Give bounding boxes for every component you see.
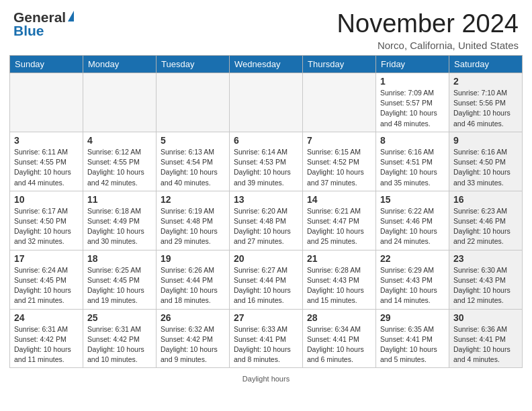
calendar-wrap: SundayMondayTuesdayWednesdayThursdayFrid… [0,55,532,373]
day-info: Sunrise: 6:33 AM Sunset: 4:41 PM Dayligh… [234,324,298,365]
header-day-saturday: Saturday [449,56,523,73]
day-number: 17 [14,253,79,264]
day-number: 8 [380,135,445,146]
logo: General Blue [13,9,74,39]
day-info: Sunrise: 6:30 AM Sunset: 4:43 PM Dayligh… [453,265,518,306]
day-info: Sunrise: 6:16 AM Sunset: 4:51 PM Dayligh… [380,147,445,188]
calendar-cell: 5Sunrise: 6:13 AM Sunset: 4:54 PM Daylig… [157,132,230,191]
calendar-cell: 6Sunrise: 6:14 AM Sunset: 4:53 PM Daylig… [230,132,303,191]
calendar-cell: 20Sunrise: 6:27 AM Sunset: 4:44 PM Dayli… [230,250,303,309]
day-number: 28 [307,312,371,323]
day-info: Sunrise: 6:20 AM Sunset: 4:48 PM Dayligh… [234,206,298,247]
day-number: 7 [307,135,371,146]
calendar-cell: 15Sunrise: 6:22 AM Sunset: 4:46 PM Dayli… [376,191,449,250]
day-info: Sunrise: 7:10 AM Sunset: 5:56 PM Dayligh… [453,88,518,129]
day-number: 29 [380,312,445,323]
calendar-week-4: 17Sunrise: 6:24 AM Sunset: 4:45 PM Dayli… [10,250,523,309]
day-info: Sunrise: 6:22 AM Sunset: 4:46 PM Dayligh… [380,206,445,247]
calendar-cell [83,73,157,132]
calendar-cell: 2Sunrise: 7:10 AM Sunset: 5:56 PM Daylig… [449,73,523,132]
logo-triangle-icon [68,11,74,21]
calendar-table: SundayMondayTuesdayWednesdayThursdayFrid… [9,55,523,368]
day-number: 20 [234,253,298,264]
day-number: 11 [87,194,152,205]
calendar-cell: 7Sunrise: 6:15 AM Sunset: 4:52 PM Daylig… [303,132,376,191]
day-number: 14 [307,194,371,205]
day-info: Sunrise: 6:26 AM Sunset: 4:44 PM Dayligh… [161,265,225,306]
day-info: Sunrise: 6:32 AM Sunset: 4:42 PM Dayligh… [161,324,225,365]
day-number: 18 [87,253,152,264]
day-info: Sunrise: 6:14 AM Sunset: 4:53 PM Dayligh… [234,147,298,188]
day-info: Sunrise: 6:36 AM Sunset: 4:41 PM Dayligh… [453,324,518,365]
calendar-cell: 30Sunrise: 6:36 AM Sunset: 4:41 PM Dayli… [449,309,523,368]
calendar-cell: 27Sunrise: 6:33 AM Sunset: 4:41 PM Dayli… [230,309,303,368]
day-info: Sunrise: 6:24 AM Sunset: 4:45 PM Dayligh… [14,265,79,306]
header-day-monday: Monday [83,56,157,73]
day-number: 19 [161,253,225,264]
header-day-friday: Friday [376,56,449,73]
calendar-cell: 19Sunrise: 6:26 AM Sunset: 4:44 PM Dayli… [157,250,230,309]
calendar-cell: 13Sunrise: 6:20 AM Sunset: 4:48 PM Dayli… [230,191,303,250]
calendar-cell: 29Sunrise: 6:35 AM Sunset: 4:41 PM Dayli… [376,309,449,368]
day-info: Sunrise: 6:34 AM Sunset: 4:41 PM Dayligh… [307,324,371,365]
header-day-thursday: Thursday [303,56,376,73]
calendar-cell: 28Sunrise: 6:34 AM Sunset: 4:41 PM Dayli… [303,309,376,368]
month-year: November 2024 [337,9,519,38]
calendar-cell [230,73,303,132]
day-info: Sunrise: 6:17 AM Sunset: 4:50 PM Dayligh… [14,206,79,247]
calendar-week-2: 3Sunrise: 6:11 AM Sunset: 4:55 PM Daylig… [10,132,523,191]
day-info: Sunrise: 6:13 AM Sunset: 4:54 PM Dayligh… [161,147,225,188]
day-number: 5 [161,135,225,146]
day-info: Sunrise: 6:31 AM Sunset: 4:42 PM Dayligh… [14,324,79,365]
day-number: 25 [87,312,152,323]
day-number: 23 [453,253,518,264]
day-number: 15 [380,194,445,205]
day-number: 10 [14,194,79,205]
day-info: Sunrise: 6:29 AM Sunset: 4:43 PM Dayligh… [380,265,445,306]
day-number: 13 [234,194,298,205]
calendar-header-row: SundayMondayTuesdayWednesdayThursdayFrid… [10,56,523,73]
calendar-cell: 10Sunrise: 6:17 AM Sunset: 4:50 PM Dayli… [10,191,83,250]
day-info: Sunrise: 6:28 AM Sunset: 4:43 PM Dayligh… [307,265,371,306]
day-info: Sunrise: 6:21 AM Sunset: 4:47 PM Dayligh… [307,206,371,247]
calendar-cell: 21Sunrise: 6:28 AM Sunset: 4:43 PM Dayli… [303,250,376,309]
location: Norco, California, United States [337,40,519,51]
calendar-cell: 14Sunrise: 6:21 AM Sunset: 4:47 PM Dayli… [303,191,376,250]
day-number: 24 [14,312,79,323]
header-day-sunday: Sunday [10,56,83,73]
calendar-cell: 12Sunrise: 6:19 AM Sunset: 4:48 PM Dayli… [157,191,230,250]
day-info: Sunrise: 7:09 AM Sunset: 5:57 PM Dayligh… [380,88,445,129]
calendar-cell: 9Sunrise: 6:16 AM Sunset: 4:50 PM Daylig… [449,132,523,191]
day-info: Sunrise: 6:27 AM Sunset: 4:44 PM Dayligh… [234,265,298,306]
calendar-cell: 11Sunrise: 6:18 AM Sunset: 4:49 PM Dayli… [83,191,157,250]
calendar-cell: 22Sunrise: 6:29 AM Sunset: 4:43 PM Dayli… [376,250,449,309]
day-info: Sunrise: 6:15 AM Sunset: 4:52 PM Dayligh… [307,147,371,188]
day-number: 4 [87,135,152,146]
day-info: Sunrise: 6:35 AM Sunset: 4:41 PM Dayligh… [380,324,445,365]
calendar-cell: 1Sunrise: 7:09 AM Sunset: 5:57 PM Daylig… [376,73,449,132]
calendar-week-1: 1Sunrise: 7:09 AM Sunset: 5:57 PM Daylig… [10,73,523,132]
day-info: Sunrise: 6:31 AM Sunset: 4:42 PM Dayligh… [87,324,152,365]
header-day-tuesday: Tuesday [157,56,230,73]
day-info: Sunrise: 6:12 AM Sunset: 4:55 PM Dayligh… [87,147,152,188]
day-number: 3 [14,135,79,146]
calendar-cell [157,73,230,132]
calendar-cell: 3Sunrise: 6:11 AM Sunset: 4:55 PM Daylig… [10,132,83,191]
calendar-cell: 16Sunrise: 6:23 AM Sunset: 4:46 PM Dayli… [449,191,523,250]
day-number: 22 [380,253,445,264]
calendar-cell: 23Sunrise: 6:30 AM Sunset: 4:43 PM Dayli… [449,250,523,309]
day-number: 9 [453,135,518,146]
calendar-cell: 25Sunrise: 6:31 AM Sunset: 4:42 PM Dayli… [83,309,157,368]
day-number: 30 [453,312,518,323]
day-info: Sunrise: 6:11 AM Sunset: 4:55 PM Dayligh… [14,147,79,188]
header: General Blue November 2024 Norco, Califo… [0,0,532,55]
day-number: 26 [161,312,225,323]
calendar-week-5: 24Sunrise: 6:31 AM Sunset: 4:42 PM Dayli… [10,309,523,368]
day-info: Sunrise: 6:16 AM Sunset: 4:50 PM Dayligh… [453,147,518,188]
day-number: 21 [307,253,371,264]
calendar-cell: 4Sunrise: 6:12 AM Sunset: 4:55 PM Daylig… [83,132,157,191]
calendar-cell [10,73,83,132]
calendar-cell: 26Sunrise: 6:32 AM Sunset: 4:42 PM Dayli… [157,309,230,368]
day-number: 1 [380,76,445,87]
day-info: Sunrise: 6:25 AM Sunset: 4:45 PM Dayligh… [87,265,152,306]
